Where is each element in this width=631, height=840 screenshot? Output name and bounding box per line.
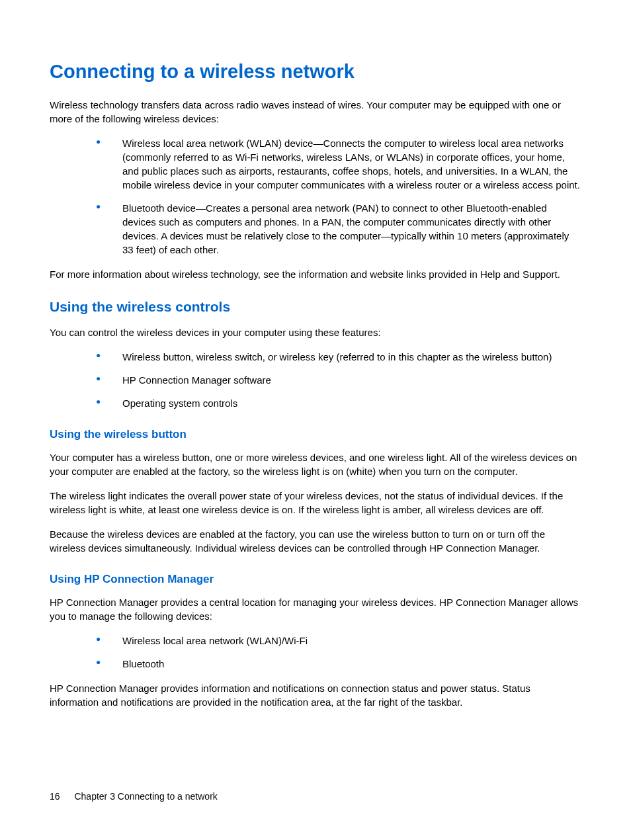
list-item: Bluetooth [96, 657, 581, 671]
controls-intro-paragraph: You can control the wireless devices in … [50, 325, 581, 339]
heading-using-wireless-controls: Using the wireless controls [50, 298, 581, 315]
hpcm-bullet-list: Wireless local area network (WLAN)/Wi-Fi… [50, 634, 581, 671]
intro-paragraph: Wireless technology transfers data acros… [50, 98, 581, 126]
page-footer: 16 Chapter 3 Connecting to a network [50, 791, 218, 802]
list-item: Operating system controls [96, 396, 581, 410]
button-paragraph-2: The wireless light indicates the overall… [50, 489, 581, 517]
button-paragraph-1: Your computer has a wireless button, one… [50, 450, 581, 478]
hpcm-after-paragraph: HP Connection Manager provides informati… [50, 681, 581, 709]
hpcm-intro-paragraph: HP Connection Manager provides a central… [50, 595, 581, 623]
chapter-label: Chapter 3 Connecting to a network [74, 791, 217, 802]
page-number: 16 [50, 791, 60, 802]
list-item: Bluetooth device—Creates a personal area… [96, 201, 581, 257]
list-item: HP Connection Manager software [96, 373, 581, 387]
heading-using-wireless-button: Using the wireless button [50, 427, 581, 441]
document-page: Connecting to a wireless network Wireles… [0, 0, 631, 840]
heading-using-hp-connection-manager: Using HP Connection Manager [50, 572, 581, 586]
heading-main: Connecting to a wireless network [50, 60, 581, 83]
controls-bullet-list: Wireless button, wireless switch, or wir… [50, 350, 581, 410]
button-paragraph-3: Because the wireless devices are enabled… [50, 527, 581, 555]
list-item: Wireless local area network (WLAN) devic… [96, 136, 581, 192]
intro-after-paragraph: For more information about wireless tech… [50, 267, 581, 281]
list-item: Wireless button, wireless switch, or wir… [96, 350, 581, 364]
list-item: Wireless local area network (WLAN)/Wi-Fi [96, 634, 581, 648]
intro-bullet-list: Wireless local area network (WLAN) devic… [50, 136, 581, 257]
